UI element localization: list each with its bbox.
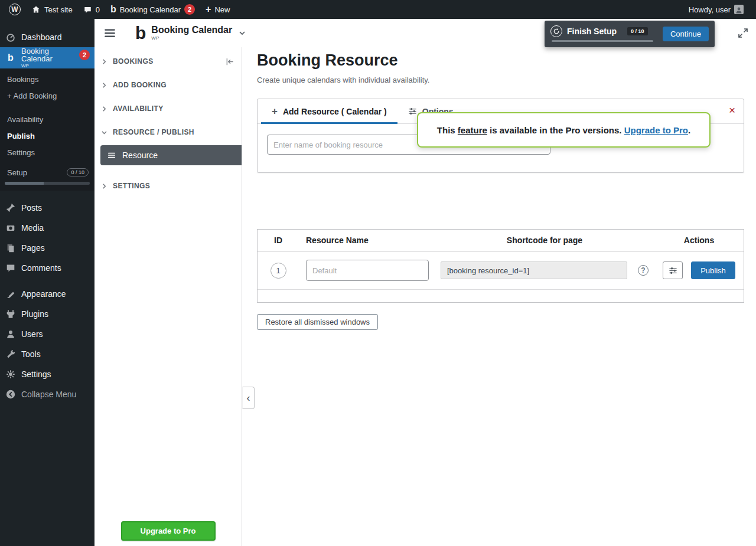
setup-progress-fill — [5, 182, 44, 185]
appearance-icon — [5, 288, 17, 300]
sidebar-item-label: Users — [21, 329, 43, 339]
admin-bar-plugin-link[interactable]: b Booking Calendar 2 — [105, 0, 200, 19]
table-row: 1 ? Publish — [258, 251, 744, 290]
sidebar-item-booking-calendar[interactable]: b Booking Calendar 2 WP — [0, 47, 94, 68]
tab-add-resource-label: Add Resource ( Calendar ) — [283, 107, 387, 116]
main-content: Booking Resource Create unique calendars… — [242, 47, 756, 546]
sidebar-item-settings[interactable]: Settings — [0, 364, 94, 384]
submenu-settings[interactable]: Settings — [0, 144, 94, 161]
plugin-nav-resource-current[interactable]: Resource — [100, 145, 242, 165]
dashboard-icon — [5, 31, 17, 43]
upgrade-to-pro-link[interactable]: Upgrade to Pro — [624, 125, 688, 135]
feature-link[interactable]: feature — [458, 125, 487, 135]
page-subtitle: Create unique calendars with individual … — [257, 76, 744, 84]
plugin-title: Booking Calendar — [151, 25, 232, 35]
row-resource-name-input[interactable] — [306, 260, 429, 281]
sidebar-gap — [0, 191, 94, 198]
plugin-nav-resource-publish[interactable]: RESOURCE / PUBLISH — [94, 120, 242, 144]
plugin-nav-settings[interactable]: SETTINGS — [94, 174, 242, 198]
comments-link[interactable]: 0 — [78, 0, 105, 19]
plugins-icon — [5, 308, 17, 320]
hamburger-menu-icon[interactable] — [102, 25, 118, 41]
site-name-link[interactable]: Test site — [26, 0, 78, 19]
setup-label: Setup — [7, 168, 27, 177]
plugin-nav-availability[interactable]: AVAILABILITY — [94, 97, 242, 120]
help-icon[interactable]: ? — [638, 265, 649, 276]
cell-resource-name — [299, 260, 436, 281]
plugin-title-sub: WP — [151, 36, 232, 41]
page-title: Booking Resource — [257, 51, 744, 70]
sidebar-item-users[interactable]: Users — [0, 324, 94, 344]
sidebar-item-posts[interactable]: Posts — [0, 198, 94, 218]
collapse-sidebar-handle[interactable]: ‹ — [242, 387, 255, 409]
booking-calendar-logo-icon: b — [5, 52, 17, 64]
sidebar-plugin-badge: 2 — [79, 50, 90, 60]
collapse-menu-label: Collapse Menu — [21, 390, 76, 399]
section-label: AVAILABILITY — [113, 104, 164, 113]
sidebar-item-media[interactable]: Media — [0, 218, 94, 238]
upgrade-to-pro-button[interactable]: Upgrade to Pro — [121, 521, 216, 541]
submenu-add-booking[interactable]: + Add Booking — [0, 87, 94, 104]
submenu-separator — [0, 161, 94, 165]
plugin-sidebar: BOOKINGS ADD BOOKING AVAILABILITY RESOUR… — [94, 47, 242, 546]
plugin-nav-add-booking[interactable]: ADD BOOKING — [94, 73, 242, 97]
pro-text-before: This — [437, 125, 458, 135]
shortcode-input[interactable] — [441, 261, 627, 279]
plugin-submenu: Bookings + Add Booking Availability Publ… — [0, 68, 94, 191]
chevron-down-icon[interactable] — [238, 29, 246, 37]
sidebar-item-comments[interactable]: Comments — [0, 258, 94, 278]
wp-admin-sidebar: Dashboard b Booking Calendar 2 WP Bookin… — [0, 19, 94, 546]
submenu-setup[interactable]: Setup 0 / 10 — [0, 165, 94, 179]
collapse-menu-icon — [5, 388, 17, 400]
cell-shortcode: ? — [436, 261, 653, 279]
refresh-icon — [550, 25, 562, 37]
sidebar-plugin-label-wrap: Booking Calendar 2 WP — [21, 47, 90, 69]
admin-bar-plugin-label: Booking Calendar — [120, 5, 181, 14]
sidebar-item-label: Dashboard — [21, 32, 62, 42]
sidebar-item-dashboard[interactable]: Dashboard — [0, 27, 94, 47]
sidebar-item-label: Media — [21, 223, 44, 233]
comment-bubble-icon — [83, 5, 92, 14]
sidebar-item-label: Tools — [21, 349, 41, 359]
sidebar-item-label: Plugins — [21, 309, 48, 319]
sidebar-item-tools[interactable]: Tools — [0, 344, 94, 364]
cell-id: 1 — [258, 263, 299, 279]
restore-dismissed-windows-button[interactable]: Restore all dismissed windows — [257, 314, 378, 330]
pin-sidebar-icon[interactable] — [226, 57, 234, 66]
section-label: RESOURCE / PUBLISH — [113, 128, 194, 136]
sidebar-item-appearance[interactable]: Appearance — [0, 284, 94, 304]
tab-add-resource[interactable]: + Add Resource ( Calendar ) — [261, 99, 397, 124]
pro-text-after: . — [688, 125, 690, 135]
account-menu[interactable]: Howdy, user — [683, 0, 749, 19]
table-footer — [258, 290, 744, 302]
chevron-down-icon — [102, 130, 107, 135]
fullscreen-icon[interactable] — [737, 27, 749, 39]
wp-logo-menu[interactable]: W — [4, 0, 26, 19]
toast-progress-badge: 0 / 10 — [627, 27, 648, 35]
plugin-nav-bookings[interactable]: BOOKINGS — [94, 50, 242, 73]
header-resource-name: Resource Name — [299, 236, 436, 245]
submenu-bookings[interactable]: Bookings — [0, 71, 94, 87]
publish-button[interactable]: Publish — [691, 261, 735, 279]
submenu-availability[interactable]: Availability — [0, 111, 94, 127]
chevron-right-icon — [102, 59, 107, 64]
header-id: ID — [258, 236, 299, 245]
new-content-link[interactable]: + New — [200, 0, 235, 19]
admin-bar: W Test site 0 b Booking Calendar 2 + New… — [0, 0, 756, 19]
media-icon — [5, 222, 17, 234]
chevron-right-icon — [102, 184, 107, 189]
row-options-button[interactable] — [663, 261, 683, 279]
continue-button[interactable]: Continue — [663, 27, 709, 41]
comments-icon — [5, 262, 17, 274]
close-icon[interactable]: × — [726, 103, 738, 117]
chevron-right-icon — [102, 106, 107, 112]
sidebar-item-pages[interactable]: Pages — [0, 238, 94, 258]
sidebar-item-plugins[interactable]: Plugins — [0, 304, 94, 324]
tools-icon — [5, 348, 17, 360]
submenu-publish[interactable]: Publish — [0, 127, 94, 144]
sidebar-item-label: Settings — [21, 370, 51, 379]
home-icon — [31, 5, 41, 14]
collapse-menu-button[interactable]: Collapse Menu — [0, 384, 94, 404]
posts-icon — [5, 202, 17, 214]
pro-text-middle: is available in the Pro versions. — [487, 125, 624, 135]
